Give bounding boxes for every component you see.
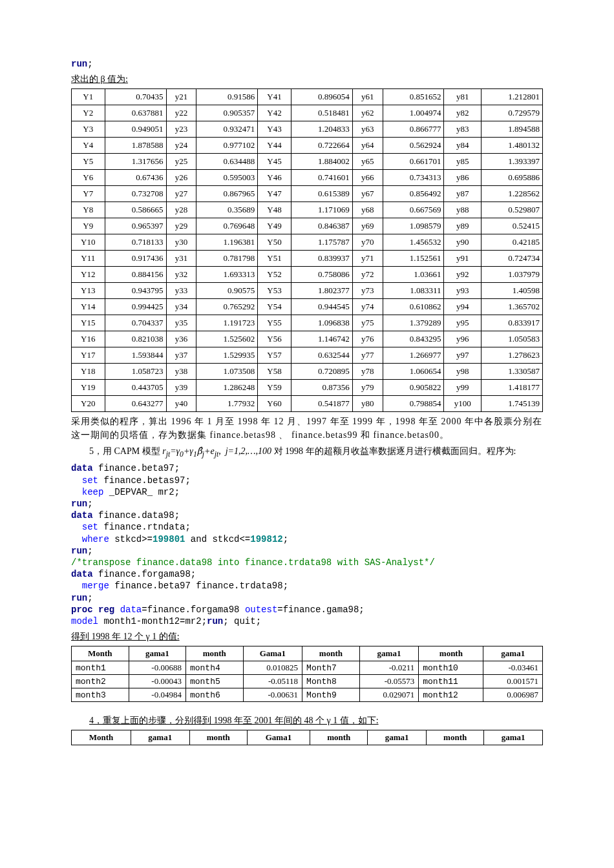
var-label: y95 (444, 315, 482, 331)
var-label: Y15 (72, 315, 105, 331)
beta-value: 1.196381 (196, 234, 258, 251)
month-label: month12 (419, 688, 483, 702)
beta-value: 1.171069 (291, 202, 352, 218)
num-literal: 199812 (250, 534, 282, 544)
kw-data: data (71, 569, 93, 579)
kw-run: run (71, 546, 87, 556)
beta-value: 0.896054 (291, 89, 352, 105)
col-header: gama1 (483, 646, 543, 661)
kw-set: set (71, 522, 98, 532)
table-row: Y150.704337y351.191723Y551.096838y751.37… (72, 315, 543, 331)
beta-value: 1.073508 (196, 364, 258, 380)
beta-value: 1.096838 (291, 315, 352, 331)
beta-value: 0.866777 (383, 121, 444, 138)
beta-value: 1.480132 (481, 138, 542, 154)
beta-table: Y10.70435y210.91586Y410.896054y610.85165… (71, 88, 543, 412)
beta-value: 0.884156 (105, 267, 166, 283)
beta-value: 1.083311 (383, 283, 444, 299)
beta-value: 1.878588 (105, 138, 166, 154)
kw-set: set (71, 475, 98, 486)
beta-value: 1.330587 (481, 364, 542, 380)
table-row: Y140.994425y340.765292Y540.944545y740.61… (72, 299, 543, 315)
beta-value: 0.833917 (481, 315, 542, 331)
beta-value: 1.894588 (481, 121, 542, 138)
col-header: gama1 (129, 646, 185, 661)
var-label: y63 (352, 121, 383, 138)
code-text: =finance.forgama98 (142, 604, 245, 615)
beta-value: 1.525602 (196, 331, 258, 347)
var-label: Y8 (72, 202, 105, 218)
var-label: y28 (166, 202, 196, 218)
beta-value: 0.634488 (196, 154, 258, 170)
var-label: Y16 (72, 331, 105, 347)
paragraph-1: 采用类似的程序，算出 1996 年 1 月至 1998 年 12 月、1997 … (71, 415, 543, 442)
var-label: y24 (166, 138, 196, 154)
code-text: finance.rtndata; (98, 522, 191, 532)
var-label: Y6 (72, 170, 105, 186)
gama-value: -0.04984 (129, 688, 185, 702)
var-label: Y43 (258, 121, 291, 138)
col-header: month (185, 646, 243, 661)
table-row: month1-0.00688month40.010825Month7-0.021… (72, 661, 543, 675)
beta-value: 0.610862 (383, 299, 444, 315)
beta-value: 1.745139 (481, 396, 542, 412)
step-4: 4，重复上面的步骤，分别得到 1998 年至 2001 年间的 48 个 γ 1… (71, 714, 543, 727)
var-label: Y53 (258, 283, 291, 299)
col-header: month (310, 730, 368, 745)
col-header: month (189, 730, 247, 745)
beta-value: 0.732708 (105, 186, 166, 202)
num-literal: 199801 (153, 534, 185, 544)
beta-value: 0.91586 (196, 89, 258, 105)
beta-value: 1.884002 (291, 154, 352, 170)
beta-value: 0.758086 (291, 267, 352, 283)
kw-run: run (71, 499, 87, 509)
var-label: Y13 (72, 283, 105, 299)
var-label: Y56 (258, 331, 291, 347)
kw-keep: keep (71, 487, 103, 497)
var-label: y21 (166, 89, 196, 105)
var-label: y35 (166, 315, 196, 331)
kw-data: data (71, 510, 93, 521)
code-text: month1-month12=mr2; (98, 616, 207, 626)
beta-value: 0.695886 (481, 170, 542, 186)
beta-value: 0.905357 (196, 105, 258, 121)
col-header: gama1 (359, 646, 419, 661)
var-label: y32 (166, 267, 196, 283)
var-label: Y45 (258, 154, 291, 170)
var-label: y71 (352, 251, 383, 267)
kw-proc: proc (71, 604, 98, 615)
var-label: y84 (444, 138, 482, 154)
gama-value: -0.0211 (359, 661, 419, 675)
table-row: Y160.821038y361.525602Y561.146742y760.84… (72, 331, 543, 347)
beta-value: 0.595003 (196, 170, 258, 186)
code-run: run (71, 59, 87, 69)
beta-value: 0.905822 (383, 380, 444, 396)
beta-value: 0.741601 (291, 170, 352, 186)
var-label: Y59 (258, 380, 291, 396)
step-5: 5，用 CAPM 模型 rjt=γ0+γ1β̂j+ejt, j=1,2,…,10… (71, 444, 543, 460)
var-label: Y7 (72, 186, 105, 202)
var-label: y29 (166, 218, 196, 234)
beta-value: 1.456532 (383, 234, 444, 251)
beta-value: 0.643277 (105, 396, 166, 412)
beta-value: 1.593844 (105, 347, 166, 364)
var-label: Y57 (258, 347, 291, 364)
code-semicolon: ; (87, 59, 92, 69)
var-label: Y17 (72, 347, 105, 364)
kw-data-opt: data (114, 604, 142, 615)
beta-value: 1.529935 (196, 347, 258, 364)
var-label: y38 (166, 364, 196, 380)
col-header: gama1 (484, 730, 543, 745)
var-label: Y58 (258, 364, 291, 380)
var-label: y39 (166, 380, 196, 396)
beta-value: 0.839937 (291, 251, 352, 267)
beta-value: 1.050583 (481, 331, 542, 347)
beta-value: 0.637881 (105, 105, 166, 121)
gama-value: -0.00631 (243, 688, 302, 702)
table-row: month3-0.04984month6-0.00631Month90.0290… (72, 688, 543, 702)
beta-value: 1.03661 (383, 267, 444, 283)
var-label: y91 (444, 251, 482, 267)
kw-run: run (207, 616, 223, 626)
beta-value: 0.518481 (291, 105, 352, 121)
var-label: y90 (444, 234, 482, 251)
